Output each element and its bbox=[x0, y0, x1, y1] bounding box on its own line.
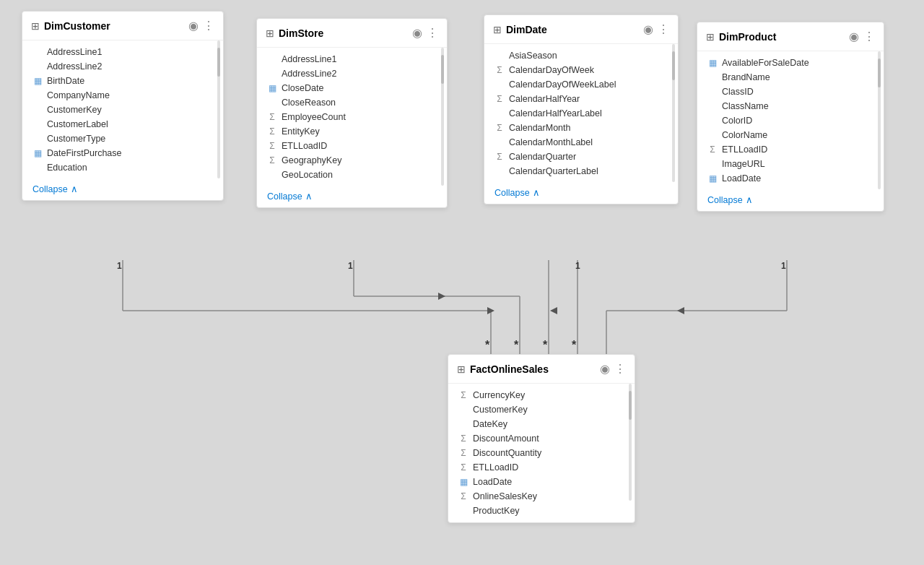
list-item: ΣCalendarQuarter bbox=[484, 150, 678, 164]
list-item: ΣCalendarMonth bbox=[484, 121, 678, 135]
list-item: ΣDiscountQuantity bbox=[448, 446, 635, 460]
list-item: CalendarDayOfWeekLabel bbox=[484, 77, 678, 92]
scrollbar[interactable] bbox=[217, 40, 220, 178]
eye-icon[interactable]: ◉ bbox=[643, 22, 653, 36]
dots-icon[interactable]: ⋮ bbox=[863, 30, 875, 43]
table-header-icon: ⊞ bbox=[457, 363, 466, 375]
list-item: AddressLine1 bbox=[22, 45, 223, 59]
svg-marker-14 bbox=[677, 307, 684, 314]
sigma-icon: Σ bbox=[458, 434, 468, 444]
calendar-icon: ▦ bbox=[707, 173, 718, 184]
sigma-icon: Σ bbox=[494, 94, 505, 104]
list-item: ΣETLLoadID bbox=[697, 142, 884, 157]
list-item: ▦BirthDate bbox=[22, 74, 223, 88]
list-item: ΣCalendarDayOfWeek bbox=[484, 63, 678, 77]
calendar-icon: ▦ bbox=[32, 76, 43, 86]
dots-icon[interactable]: ⋮ bbox=[203, 19, 214, 33]
sigma-icon: Σ bbox=[458, 462, 468, 473]
dim-product-collapse[interactable]: Collapse ∧ bbox=[697, 190, 884, 211]
diagram-canvas: 1 1 1 1 * * * * ⊞ DimCustomer ◉ ⋮ Addres… bbox=[0, 0, 924, 565]
svg-marker-12 bbox=[438, 293, 445, 300]
list-item: ColorName bbox=[697, 128, 884, 142]
table-dim-date: ⊞ DimDate ◉ ⋮ AsiaSeason ΣCalendarDayOfW… bbox=[484, 14, 679, 204]
dots-icon[interactable]: ⋮ bbox=[614, 362, 626, 376]
dots-icon[interactable]: ⋮ bbox=[658, 22, 669, 36]
list-item: AddressLine2 bbox=[22, 59, 223, 74]
list-item: ΣEntityKey bbox=[257, 124, 447, 139]
list-item: CalendarQuarterLabel bbox=[484, 164, 678, 178]
dim-customer-actions[interactable]: ◉ ⋮ bbox=[188, 19, 214, 33]
scrollbar[interactable] bbox=[629, 384, 632, 501]
sigma-icon: Σ bbox=[494, 123, 505, 133]
list-item: CalendarHalfYearLabel bbox=[484, 106, 678, 121]
dim-customer-collapse[interactable]: Collapse ∧ bbox=[22, 179, 223, 200]
list-item: CompanyName bbox=[22, 88, 223, 103]
dim-product-fields: ▦AvailableForSaleDate BrandName ClassID … bbox=[697, 51, 884, 190]
svg-text:1: 1 bbox=[117, 261, 122, 271]
dim-store-collapse[interactable]: Collapse ∧ bbox=[257, 186, 447, 207]
dim-customer-header: ⊞ DimCustomer ◉ ⋮ bbox=[22, 12, 223, 40]
dim-date-title: DimDate bbox=[506, 24, 639, 35]
svg-text:1: 1 bbox=[781, 261, 786, 271]
calendar-icon: ▦ bbox=[32, 148, 43, 158]
dim-customer-fields: AddressLine1 AddressLine2 ▦BirthDate Com… bbox=[22, 40, 223, 179]
sigma-icon: Σ bbox=[267, 155, 277, 165]
dim-product-actions[interactable]: ◉ ⋮ bbox=[849, 30, 875, 43]
table-dim-customer: ⊞ DimCustomer ◉ ⋮ AddressLine1 AddressLi… bbox=[22, 11, 224, 201]
scrollbar[interactable] bbox=[441, 48, 444, 186]
eye-icon[interactable]: ◉ bbox=[849, 30, 859, 43]
fact-online-sales-title: FactOnlineSales bbox=[470, 363, 596, 375]
table-header-icon: ⊞ bbox=[493, 24, 502, 35]
list-item: AsiaSeason bbox=[484, 48, 678, 63]
list-item: ΣOnlineSalesKey bbox=[448, 489, 635, 504]
eye-icon[interactable]: ◉ bbox=[600, 362, 610, 376]
collapse-arrow-icon: ∧ bbox=[305, 191, 313, 202]
list-item: GeoLocation bbox=[257, 168, 447, 182]
sigma-icon: Σ bbox=[267, 126, 277, 137]
list-item: ΣCalendarHalfYear bbox=[484, 92, 678, 106]
table-header-icon: ⊞ bbox=[266, 27, 274, 39]
svg-text:*: * bbox=[543, 339, 548, 351]
calendar-icon: ▦ bbox=[267, 83, 277, 93]
table-dim-product: ⊞ DimProduct ◉ ⋮ ▦AvailableForSaleDate B… bbox=[697, 22, 884, 212]
list-item: ▦AvailableForSaleDate bbox=[697, 56, 884, 70]
fact-online-sales-actions[interactable]: ◉ ⋮ bbox=[600, 362, 626, 376]
dots-icon[interactable]: ⋮ bbox=[427, 26, 438, 40]
list-item: CustomerKey bbox=[22, 103, 223, 117]
table-header-icon: ⊞ bbox=[706, 31, 715, 43]
svg-text:*: * bbox=[572, 339, 577, 351]
dim-date-fields: AsiaSeason ΣCalendarDayOfWeek CalendarDa… bbox=[484, 44, 678, 183]
dim-store-header: ⊞ DimStore ◉ ⋮ bbox=[257, 19, 447, 48]
list-item: Education bbox=[22, 160, 223, 175]
list-item: DateKey bbox=[448, 417, 635, 431]
sigma-icon: Σ bbox=[707, 145, 718, 155]
list-item: ▦LoadDate bbox=[448, 475, 635, 489]
collapse-arrow-icon: ∧ bbox=[71, 184, 78, 194]
eye-icon[interactable]: ◉ bbox=[412, 26, 422, 40]
list-item: ΣCurrencyKey bbox=[448, 388, 635, 402]
list-item: ΣEmployeeCount bbox=[257, 110, 447, 124]
list-item: AddressLine1 bbox=[257, 52, 447, 66]
collapse-arrow-icon: ∧ bbox=[533, 187, 540, 198]
sigma-icon: Σ bbox=[458, 390, 468, 400]
dim-store-fields: AddressLine1 AddressLine2 ▦CloseDate Clo… bbox=[257, 48, 447, 186]
sigma-icon: Σ bbox=[494, 65, 505, 75]
svg-text:*: * bbox=[514, 339, 519, 351]
calendar-icon: ▦ bbox=[458, 477, 468, 487]
eye-icon[interactable]: ◉ bbox=[188, 19, 199, 33]
sigma-icon: Σ bbox=[458, 448, 468, 458]
dim-date-collapse[interactable]: Collapse ∧ bbox=[484, 183, 678, 204]
scrollbar[interactable] bbox=[672, 44, 675, 182]
dim-date-actions[interactable]: ◉ ⋮ bbox=[643, 22, 669, 36]
scrollbar[interactable] bbox=[878, 51, 881, 189]
svg-marker-11 bbox=[487, 307, 494, 314]
sigma-icon: Σ bbox=[494, 152, 505, 162]
list-item: CalendarMonthLabel bbox=[484, 135, 678, 150]
dim-date-header: ⊞ DimDate ◉ ⋮ bbox=[484, 15, 678, 44]
dim-store-actions[interactable]: ◉ ⋮ bbox=[412, 26, 438, 40]
sigma-icon: Σ bbox=[267, 112, 277, 122]
dim-store-title: DimStore bbox=[279, 27, 408, 39]
svg-text:1: 1 bbox=[575, 261, 580, 271]
sigma-icon: Σ bbox=[267, 141, 277, 151]
dim-customer-title: DimCustomer bbox=[44, 20, 184, 32]
